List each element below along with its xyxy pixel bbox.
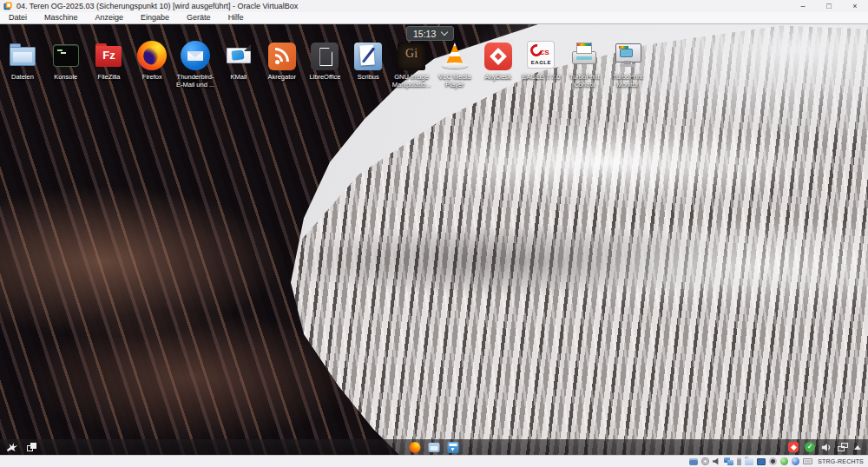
windows-icon — [27, 443, 36, 452]
titlebar: 04. Teren OG-2025.03 (Sicherungspunkt 10… — [0, 0, 868, 12]
menu-maschine[interactable]: Maschine — [36, 12, 87, 23]
vbox-status-bar: STRG-RECHTS — [0, 455, 868, 467]
keyboard-status-icon[interactable] — [803, 458, 812, 464]
desktop-icon-label: KMail — [231, 73, 247, 81]
rss-icon — [266, 40, 299, 71]
taskbar-software-button[interactable] — [448, 442, 459, 453]
desktop-icon-label: Scribus — [358, 73, 379, 81]
desktop-icon-label: LibreOffice — [309, 73, 340, 81]
desktop-icon-label: TurboPrint Monitor — [613, 73, 643, 89]
desktop-icon-firefox[interactable]: Firefox — [130, 40, 174, 89]
audio-status-icon[interactable] — [713, 457, 720, 465]
menu-hilfe[interactable]: Hilfe — [220, 12, 253, 23]
desktop-icon-label: AnyDesk — [485, 73, 511, 81]
network-status-icon[interactable] — [724, 457, 733, 465]
taskbar: ✓ — [0, 439, 868, 455]
tray-anydesk[interactable] — [788, 442, 799, 452]
check-icon: ✓ — [805, 442, 815, 452]
desktop-icon-label: VLC Media Player — [438, 73, 470, 89]
menu-eingabe[interactable]: Eingabe — [132, 12, 178, 23]
desktop-icon-thunderbird[interactable]: Thunderbird- E-Mail und ... — [174, 40, 217, 89]
scribus-icon — [352, 40, 385, 71]
menu-datei[interactable]: Datei — [0, 12, 36, 23]
taskbar-filemanager-button[interactable] — [429, 443, 440, 452]
app-menu-button[interactable] — [6, 442, 18, 452]
optical-disc-status-icon[interactable] — [701, 457, 709, 465]
chevron-down-icon — [441, 28, 448, 35]
shared-folders-status-icon[interactable] — [745, 458, 753, 465]
minimize-button[interactable]: – — [790, 0, 816, 12]
folder-icon — [6, 40, 39, 71]
folder-icon — [429, 443, 440, 452]
desktop-icon-libreoffice[interactable]: LibreOffice — [304, 40, 347, 89]
menubar: Datei Maschine Anzeige Eingabe Geräte Hi… — [0, 12, 868, 23]
tray-updates-ok[interactable]: ✓ — [805, 442, 815, 452]
recording-status-icon[interactable] — [769, 457, 777, 465]
clock-time: 15:13 — [413, 29, 436, 39]
bird-icon — [6, 442, 18, 452]
desktop-icon-label: Thunderbird- E-Mail und ... — [176, 73, 214, 89]
filezilla-icon: Fz — [92, 40, 125, 71]
desktop-icon-label: EAGLE 7.7.0 — [523, 73, 561, 81]
usb-status-icon[interactable] — [737, 457, 741, 465]
features-status-icon[interactable] — [780, 457, 788, 465]
close-button[interactable]: × — [842, 0, 868, 12]
firefox-icon — [135, 40, 168, 71]
firefox-icon — [410, 442, 421, 453]
desktop-icon-dateien[interactable]: Dateien — [1, 40, 44, 89]
host-key-label: STRG-RECHTS — [818, 458, 864, 464]
desktop-icon-kmail[interactable]: KMail — [217, 40, 260, 89]
printer-icon — [568, 40, 601, 71]
desktop-icon-label: Akregator — [267, 73, 296, 81]
tray-displays[interactable] — [838, 443, 848, 451]
eagle-cad-icon: CS EAGLE — [524, 40, 557, 71]
mouse-integration-status-icon[interactable] — [792, 457, 799, 465]
printer-monitor-icon — [611, 40, 644, 71]
thunderbird-icon — [179, 40, 212, 71]
software-center-icon — [448, 442, 459, 453]
kmail-icon — [222, 40, 255, 71]
terminal-icon — [49, 40, 82, 71]
desktop-icon-label: Dateien — [11, 73, 34, 81]
hdd-status-icon[interactable] — [689, 458, 698, 465]
window-title: 04. Teren OG-2025.03 (Sicherungspunkt 10… — [16, 2, 298, 10]
vlc-cone-icon — [438, 40, 471, 71]
desktop-icon-turboprint-control[interactable]: TurboPrint Control — [562, 40, 606, 89]
desktop-icon-konsole[interactable]: Konsole — [44, 40, 88, 89]
anydesk-icon — [788, 442, 799, 452]
menu-geraete[interactable]: Geräte — [178, 12, 220, 23]
virtualbox-app-icon — [3, 2, 12, 10]
desktop-icon-grid: Dateien Konsole Fz FileZilla Firefox Thu… — [1, 40, 649, 89]
desktop-icon-akregator[interactable]: Akregator — [260, 40, 304, 89]
desktop-icon-vlc[interactable]: VLC Media Player — [433, 40, 477, 89]
tray-volume[interactable] — [821, 443, 832, 452]
display-status-icon[interactable] — [757, 458, 766, 465]
desktop-icon-filezilla[interactable]: Fz FileZilla — [88, 40, 131, 89]
desktop-icon-label: FileZilla — [98, 73, 121, 81]
menu-anzeige[interactable]: Anzeige — [87, 12, 133, 23]
chevron-up-icon — [854, 445, 861, 450]
virtualbox-window: 04. Teren OG-2025.03 (Sicherungspunkt 10… — [0, 0, 868, 467]
anydesk-icon — [482, 40, 515, 71]
taskbar-firefox-button[interactable] — [410, 442, 421, 453]
desktop-icon-label: Firefox — [142, 73, 162, 81]
displays-icon — [838, 443, 848, 451]
tray-expand-button[interactable] — [854, 445, 861, 450]
desktop-icon-label: TurboPrint Control — [569, 73, 600, 89]
vm-screen: 15:13 Dateien Konsole Fz FileZilla Firef… — [0, 23, 868, 455]
desktop-icon-anydesk[interactable]: AnyDesk — [477, 40, 520, 89]
libreoffice-icon — [308, 40, 341, 71]
show-desktop-button[interactable] — [27, 443, 36, 452]
speaker-icon — [821, 443, 832, 452]
desktop-icon-turboprint-monitor[interactable]: TurboPrint Monitor — [606, 40, 649, 89]
gimp-icon: Gi — [395, 40, 428, 71]
clock-widget[interactable]: 15:13 — [406, 26, 454, 41]
desktop-icon-eagle[interactable]: CS EAGLE EAGLE 7.7.0 — [520, 40, 563, 89]
desktop-icon-scribus[interactable]: Scribus — [346, 40, 390, 89]
maximize-button[interactable]: □ — [816, 0, 842, 12]
desktop-icon-label: Konsole — [54, 73, 77, 81]
desktop-icon-label: GNU Image Manipulatio... — [392, 73, 431, 89]
desktop-icon-gimp[interactable]: Gi GNU Image Manipulatio... — [390, 40, 433, 89]
